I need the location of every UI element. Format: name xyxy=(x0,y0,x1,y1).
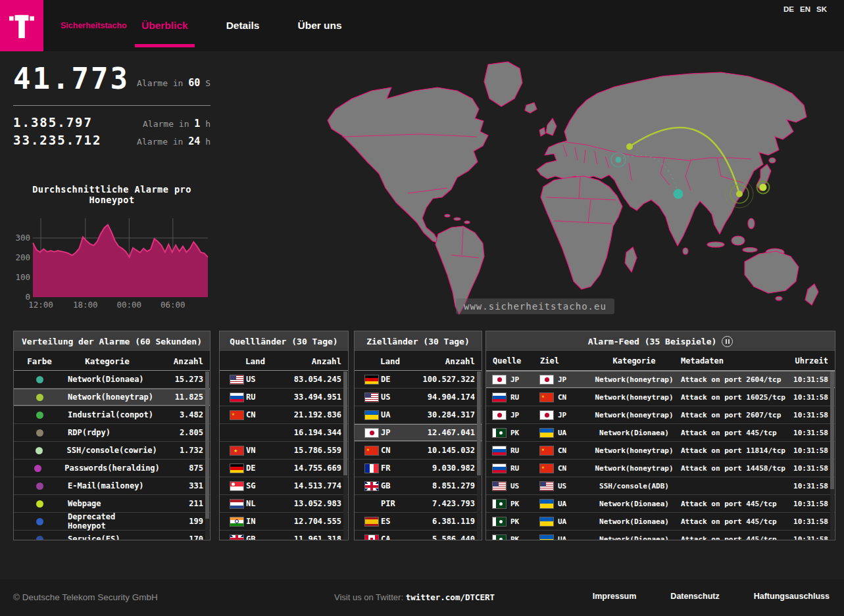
table-row: 16.194.344 xyxy=(220,424,348,442)
table-row: SG14.513.774 xyxy=(220,477,348,495)
table-row: FR9.030.982 xyxy=(355,460,482,477)
color-cell xyxy=(20,412,59,419)
color-cell xyxy=(20,518,59,525)
color-cell xyxy=(20,376,59,383)
count-cell: 211 xyxy=(156,499,203,508)
table-row: Service(ES)170 xyxy=(14,531,210,540)
country-code-cell: CN xyxy=(381,446,406,455)
flag-cell xyxy=(361,446,381,455)
svg-text:0: 0 xyxy=(25,292,30,302)
panel-title: Quellländer (30 Tage) xyxy=(220,331,348,352)
flag-cell xyxy=(226,517,246,526)
dot-pakistan-india xyxy=(674,189,683,199)
flag-cell xyxy=(226,393,246,402)
flag-cn-icon xyxy=(540,464,553,473)
table-row: VN15.786.559 xyxy=(220,442,348,460)
table-row: Deprecated Honeypot199 xyxy=(14,513,210,531)
scrollbar[interactable] xyxy=(343,371,347,539)
metadata-cell: Attack on port 445/tcp xyxy=(681,535,786,541)
count-cell: 170 xyxy=(156,534,203,540)
target-cell: CN xyxy=(540,446,587,455)
telekom-logo[interactable] xyxy=(0,0,43,51)
target-cell: CN xyxy=(540,393,587,402)
flag-gb-icon xyxy=(230,535,243,541)
world-map-canvas xyxy=(322,58,842,322)
flag-cn-icon xyxy=(230,411,243,419)
twitter-callout: Visit us on Twitter: twitter.com/DTCERT xyxy=(334,592,495,602)
count-cell: 331 xyxy=(156,481,203,490)
table-row: PKUANetwork(Dionaea)Attack on port 445/t… xyxy=(486,513,835,531)
flag-us-icon xyxy=(230,375,243,384)
svg-text:00:00: 00:00 xyxy=(116,300,141,310)
category-color-dot xyxy=(36,483,43,490)
tab-details[interactable]: Details xyxy=(220,0,266,51)
source-cell: PK xyxy=(493,517,540,526)
flag-cn-icon xyxy=(540,393,553,402)
column-header-anzahl: Anzahl xyxy=(284,356,341,366)
column-header-anzahl: Anzahl xyxy=(156,356,203,366)
flag-pk-icon xyxy=(493,517,506,526)
count-cell: 11.961.318 xyxy=(271,534,341,540)
category-cell: Network(honeytrap) xyxy=(587,393,681,402)
flag-ua-icon xyxy=(540,429,553,437)
target-cell: UA xyxy=(540,500,587,508)
flag-jp-icon xyxy=(493,411,506,419)
lang-sk[interactable]: SK xyxy=(816,5,827,13)
scrollbar[interactable] xyxy=(477,371,481,539)
table-row: Passwords(heralding)875 xyxy=(14,460,210,477)
honeypot-area-chart: 12:0018:0000:0006:000100200300 xyxy=(13,214,211,317)
alarms-60s-stat: 41.773 Alarme in 60 S xyxy=(13,63,211,95)
alarms-1h-label: Alarme in 1 h xyxy=(143,118,211,130)
country-code-cell: SG xyxy=(246,481,271,490)
flag-jp-icon xyxy=(540,411,553,419)
target-cell: CN xyxy=(540,464,587,473)
count-cell: 16.194.344 xyxy=(271,428,341,437)
twitter-link[interactable]: twitter.com/DTCERT xyxy=(406,592,495,602)
telekom-t-icon xyxy=(9,11,34,41)
flag-in-icon xyxy=(230,517,243,526)
category-color-dot xyxy=(36,376,43,383)
scrollbar[interactable] xyxy=(205,371,209,539)
panel-source-countries: Quellländer (30 Tage) Land Anzahl US83.0… xyxy=(219,331,349,540)
panel-title: Alarm-Feed (35 Beispiele) xyxy=(486,331,835,352)
panel-target-countries: Zielländer (30 Tage) Land Anzahl DE100.5… xyxy=(354,331,482,540)
category-cell: SSH/console(cowrie) xyxy=(58,446,157,455)
category-cell: Network(Dionaea) xyxy=(587,500,681,508)
target-country-rows: DE100.527.322US94.904.174UA30.284.317JP1… xyxy=(355,371,482,540)
alarms-60s-label: Alarme in 60 S xyxy=(137,77,211,95)
flag-cell xyxy=(361,535,381,541)
source-cell: PK xyxy=(493,535,540,541)
link-haftungsauschluss[interactable]: Haftungsauschluss xyxy=(754,592,830,601)
link-impressum[interactable]: Impressum xyxy=(593,592,637,601)
source-cell: JP xyxy=(493,375,540,384)
distribution-rows: Network(Dionaea)15.273Network(honeytrap)… xyxy=(14,371,210,540)
lang-en[interactable]: EN xyxy=(800,5,810,13)
flag-cn-icon xyxy=(540,446,553,455)
page-footer: © Deutsche Telekom Security GmbH Visit u… xyxy=(0,579,844,616)
category-cell: Service(ES) xyxy=(59,534,156,540)
copyright-text: © Deutsche Telekom Security GmbH xyxy=(13,592,158,602)
alarms-24h-stat: 33.235.712 Alarme in 24 h xyxy=(13,133,211,147)
column-header-land: Land xyxy=(361,356,419,366)
count-cell: 13.052.983 xyxy=(271,499,341,508)
country-code-cell: CN xyxy=(246,410,271,419)
count-cell: 11.825 xyxy=(156,392,203,402)
country-code-cell: JP xyxy=(381,428,406,437)
svg-text:18:00: 18:00 xyxy=(73,300,98,310)
category-color-dot xyxy=(36,518,43,525)
flag-cell xyxy=(361,500,381,508)
link-datenschutz[interactable]: Datenschutz xyxy=(670,592,719,601)
color-cell xyxy=(20,500,59,508)
table-row: ES6.381.119 xyxy=(355,513,482,531)
pause-circle-icon[interactable] xyxy=(722,336,733,347)
country-code-cell: DE xyxy=(246,463,271,473)
tab-ueber-uns[interactable]: Über uns xyxy=(291,0,348,51)
flag-pk-icon xyxy=(493,500,506,508)
table-row: GB8.851.279 xyxy=(355,477,482,495)
count-cell: 5.586.440 xyxy=(406,534,475,540)
scrollbar[interactable] xyxy=(830,371,834,539)
dot-moscow xyxy=(626,143,633,150)
tab-ueberblick[interactable]: Überblick xyxy=(135,0,195,51)
lang-de[interactable]: DE xyxy=(783,5,794,13)
table-row: SSH/console(cowrie)1.732 xyxy=(14,442,210,460)
